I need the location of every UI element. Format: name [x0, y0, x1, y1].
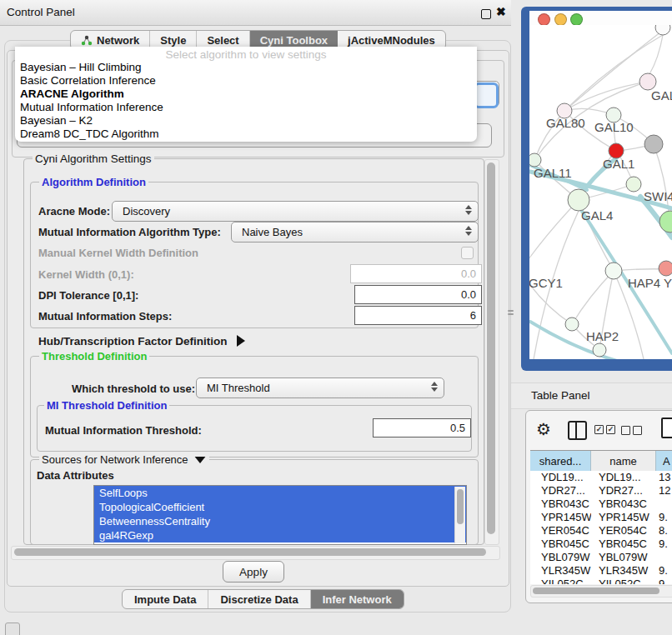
scrollbar-thumb[interactable] — [14, 548, 486, 556]
cell-shared-name: YDR27... — [530, 484, 591, 498]
scrollbar-thumb[interactable] — [533, 588, 659, 594]
table-row[interactable]: YLR345W YLR345W 9. — [530, 564, 672, 578]
zoom-traffic-light[interactable] — [570, 13, 583, 26]
network-node[interactable] — [565, 318, 579, 331]
sources-toggle[interactable]: Sources for Network Inference — [39, 453, 209, 466]
network-node[interactable] — [593, 343, 606, 357]
network-node-label: GAL10 — [594, 120, 634, 134]
network-view-window: GAL7GAL80GAL10GAL1GAL11SWI4GAL4GCY1HAP4Y… — [521, 7, 672, 371]
mi-algorithm-type-select[interactable]: Naive Bayes — [231, 222, 479, 242]
kernel-width-field[interactable]: 0.0 — [350, 264, 482, 283]
network-node[interactable] — [659, 261, 672, 276]
table-row[interactable]: YER054C YER054C 8. — [530, 524, 672, 538]
algorithm-option[interactable]: Bayesian – K2 — [20, 114, 472, 128]
bottom-left-button[interactable] — [5, 622, 20, 635]
cell-shared-name: YBL079W — [530, 551, 591, 564]
bottom-tabbar: Impute Data Discretize Data Infer Networ… — [122, 589, 404, 609]
attribute-item-selected[interactable]: gal4RGexp — [94, 528, 466, 542]
cell-value — [655, 551, 672, 564]
mi-steps-field[interactable]: 6 — [354, 306, 482, 325]
network-node[interactable] — [659, 211, 672, 232]
network-node-label: GAL4 — [581, 208, 613, 222]
table-row[interactable]: YPR145W YPR145W 9. — [530, 511, 672, 524]
collapse-down-icon — [194, 457, 205, 463]
manual-kernel-width-checkbox[interactable] — [461, 247, 474, 259]
export-table-icon[interactable] — [661, 418, 672, 438]
column-header-shared-name[interactable]: shared... — [530, 451, 591, 471]
scrollbar-thumb[interactable] — [487, 162, 495, 534]
algorithm-option[interactable]: Dream8 DC_TDC Algorithm — [20, 128, 472, 141]
attribute-item-selected[interactable]: SelfLoops — [94, 486, 466, 500]
aracne-mode-select[interactable]: Discovery — [112, 201, 479, 222]
algorithm-option[interactable]: Basic Correlation Inference — [20, 74, 472, 88]
select-all-checkbox-icon[interactable]: ✓ — [606, 425, 615, 434]
close-traffic-light[interactable] — [538, 13, 550, 26]
cell-shared-name: YIL052C — [530, 578, 591, 584]
mi-threshold-definition-title: MI Threshold Definition — [44, 399, 169, 412]
deselect-checkbox-icon[interactable] — [621, 426, 630, 435]
scrollbar-thumb[interactable] — [457, 489, 464, 524]
network-node[interactable] — [626, 177, 641, 192]
gear-icon[interactable]: ⚙ — [536, 419, 551, 439]
settings-vertical-scrollbar[interactable] — [484, 159, 499, 545]
dpi-tolerance-field[interactable]: 0.0 — [354, 285, 482, 304]
split-pane-grip[interactable] — [507, 308, 514, 318]
tab-label: Discretize Data — [220, 593, 298, 606]
hub-definition-toggle[interactable]: Hub/Transcription Factor Definition — [38, 333, 245, 348]
table-row[interactable]: YIL052C YIL052C 9 — [530, 578, 672, 584]
cell-value: 8. — [655, 524, 672, 538]
network-node[interactable] — [605, 262, 622, 279]
attribute-item-selected[interactable]: TopologicalCoefficient — [94, 500, 466, 514]
settings-horizontal-scrollbar[interactable] — [11, 546, 500, 560]
mi-algorithm-type-value: Naive Bayes — [232, 226, 303, 238]
tab-label: Cyni Toolbox — [260, 34, 328, 47]
table-row[interactable]: YDL19... YDL19... 13 — [530, 471, 672, 484]
data-attributes-list: SelfLoopsTopologicalCoefficientBetweenne… — [93, 485, 467, 545]
aracne-mode-value: Discovery — [113, 205, 170, 218]
table-row[interactable]: YBR043C YBR043C — [530, 498, 672, 511]
settings-group-title: Cyni Algorithm Settings — [33, 152, 154, 165]
column-header-clipped[interactable]: A — [656, 451, 672, 471]
network-node-label: SWI4 — [644, 189, 672, 203]
dpi-tolerance-label: DPI Tolerance [0,1]: — [38, 289, 138, 302]
algorithm-option[interactable]: Mutual Information Inference — [20, 101, 472, 114]
cell-name: YDR27... — [591, 484, 655, 498]
column-header-name[interactable]: name — [591, 451, 656, 471]
network-node[interactable] — [644, 135, 663, 153]
tab-discretize-data[interactable]: Discretize Data — [208, 590, 310, 608]
table-row[interactable]: YBL079W YBL079W — [530, 551, 672, 564]
deselect-checkbox-icon[interactable] — [633, 426, 642, 435]
apply-button[interactable]: Apply — [223, 561, 284, 582]
select-all-checkbox-icon[interactable]: ✓ — [594, 425, 604, 434]
table-row[interactable]: YBR045C YBR045C 9. — [530, 538, 672, 551]
network-node-label: GAL7 — [651, 88, 672, 102]
cell-name: YBL079W — [591, 551, 655, 564]
network-node[interactable] — [639, 73, 656, 90]
which-threshold-label: Which threshold to use: — [72, 382, 195, 395]
cell-value: 12 — [655, 484, 672, 498]
algorithm-dropdown-popup: Select algorithm to view settings Bayesi… — [15, 47, 477, 142]
network-node[interactable] — [655, 25, 670, 35]
mi-steps-label: Mutual Information Steps: — [38, 310, 172, 322]
table-row[interactable]: YDR27... YDR27... 12 — [530, 484, 672, 498]
list-scrollbar[interactable] — [454, 487, 465, 543]
mi-threshold-field[interactable]: 0.5 — [373, 418, 471, 438]
cell-value: 9. — [655, 564, 672, 578]
network-canvas[interactable]: GAL7GAL80GAL10GAL1GAL11SWI4GAL4GCY1HAP4Y… — [529, 25, 672, 359]
which-threshold-select[interactable]: MI Threshold — [196, 378, 444, 398]
attr-items: SelfLoopsTopologicalCoefficientBetweenne… — [94, 486, 466, 542]
tab-infer-network[interactable]: Infer Network — [311, 590, 404, 608]
minimize-traffic-light[interactable] — [554, 13, 567, 26]
network-node[interactable] — [529, 153, 541, 167]
table-horizontal-scrollbar[interactable] — [530, 585, 672, 598]
tab-impute-data[interactable]: Impute Data — [123, 590, 208, 608]
attribute-item-selected[interactable]: BetweennessCentrality — [94, 514, 466, 528]
network-window-titlebar[interactable] — [529, 11, 672, 26]
control-panel-titlebar: Control Panel ✖ — [0, 0, 511, 26]
algorithm-option[interactable]: ARACNE Algorithm — [20, 88, 472, 101]
close-icon[interactable]: ✖ — [496, 5, 506, 18]
float-window-icon[interactable] — [481, 9, 491, 19]
columns-icon[interactable] — [568, 421, 587, 440]
table-panel-titlebar: Table Panel — [511, 382, 672, 409]
algorithm-option[interactable]: Bayesian – Hill Climbing — [20, 61, 472, 74]
